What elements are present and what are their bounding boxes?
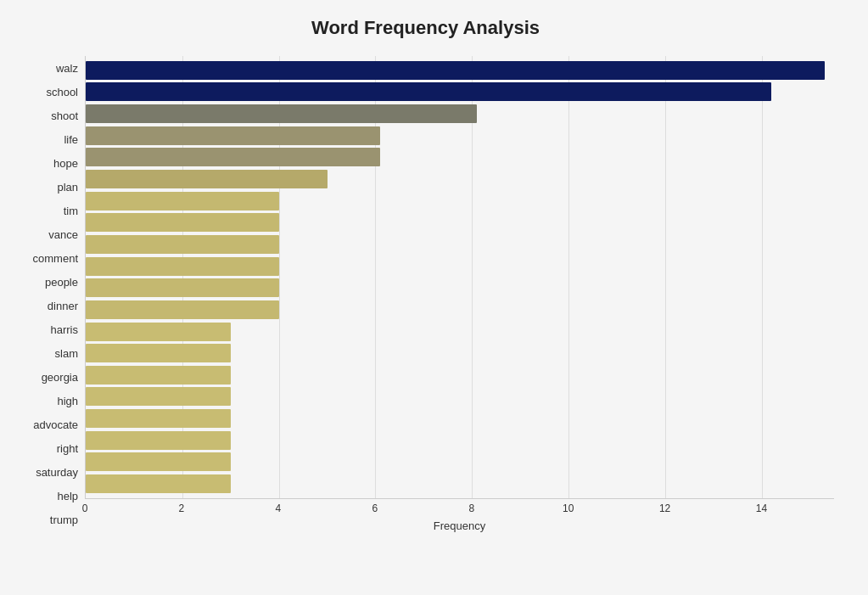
bar-row <box>86 213 834 232</box>
bar-row <box>86 192 834 210</box>
bar <box>86 213 279 232</box>
y-label: slam <box>55 348 78 359</box>
bar-row <box>86 148 834 166</box>
bar <box>86 474 231 493</box>
bar <box>86 61 825 80</box>
bar <box>86 452 231 471</box>
chart-title: Word Frequency Analysis <box>17 17 834 39</box>
bar <box>86 192 279 210</box>
y-label: comment <box>33 253 78 264</box>
bar <box>86 104 477 123</box>
y-label: help <box>57 491 78 502</box>
y-label: hope <box>53 158 78 169</box>
y-label: dinner <box>48 300 78 312</box>
bar-row <box>86 235 834 254</box>
bar-row <box>86 61 834 80</box>
bar-row <box>86 257 834 276</box>
bar-row <box>86 126 834 145</box>
bar <box>86 366 231 385</box>
bars-area <box>85 56 834 499</box>
y-label: trump <box>50 514 78 525</box>
bar-row <box>86 323 834 341</box>
bar-row <box>86 82 834 101</box>
bar-row <box>86 104 834 123</box>
x-tick: 14 <box>753 502 770 514</box>
chart-container: Word Frequency Analysis walzschoolshootl… <box>0 0 868 595</box>
y-label: plan <box>57 182 78 193</box>
y-label: tim <box>64 205 78 216</box>
x-tick: 4 <box>270 502 287 514</box>
bar-row <box>86 300 834 319</box>
bar <box>86 170 328 188</box>
x-tick: 2 <box>173 502 190 514</box>
bar-row <box>86 474 834 493</box>
bar <box>86 257 279 276</box>
y-label: high <box>57 396 78 407</box>
bar <box>86 126 380 145</box>
y-axis: walzschoolshootlifehopeplantimvancecomme… <box>17 56 85 532</box>
bar-row <box>86 366 834 385</box>
x-tick: 6 <box>367 502 384 514</box>
bar <box>86 235 279 254</box>
bar <box>86 431 231 450</box>
bar <box>86 148 380 166</box>
bar-row <box>86 170 834 188</box>
y-label: people <box>45 277 78 288</box>
bar-row <box>86 344 834 362</box>
y-label: georgia <box>42 372 78 383</box>
x-axis-label: Frequency <box>85 519 834 532</box>
bar <box>86 278 279 297</box>
y-label: right <box>57 443 78 454</box>
x-tick: 12 <box>657 502 674 514</box>
bar-row <box>86 278 834 297</box>
bars-and-xaxis: 02468101214 Frequency <box>85 56 834 532</box>
y-label: advocate <box>33 419 78 430</box>
bar <box>86 82 771 101</box>
bar <box>86 344 231 362</box>
x-axis: 02468101214 <box>85 499 834 516</box>
y-label: life <box>64 134 78 145</box>
bar <box>86 323 231 341</box>
y-label: walz <box>56 63 78 74</box>
bar-row <box>86 409 834 428</box>
y-label: shoot <box>51 110 78 121</box>
y-label: vance <box>48 229 78 240</box>
chart-area: walzschoolshootlifehopeplantimvancecomme… <box>17 56 834 532</box>
y-label: saturday <box>36 467 78 478</box>
x-tick: 0 <box>76 502 93 514</box>
y-label: school <box>46 87 78 98</box>
bar-row <box>86 431 834 450</box>
bar <box>86 387 231 406</box>
x-tick: 8 <box>463 502 480 514</box>
bar-row <box>86 387 834 406</box>
bar-row <box>86 452 834 471</box>
x-tick: 10 <box>560 502 577 514</box>
bar <box>86 409 231 428</box>
bar <box>86 300 279 319</box>
y-label: harris <box>50 324 78 335</box>
